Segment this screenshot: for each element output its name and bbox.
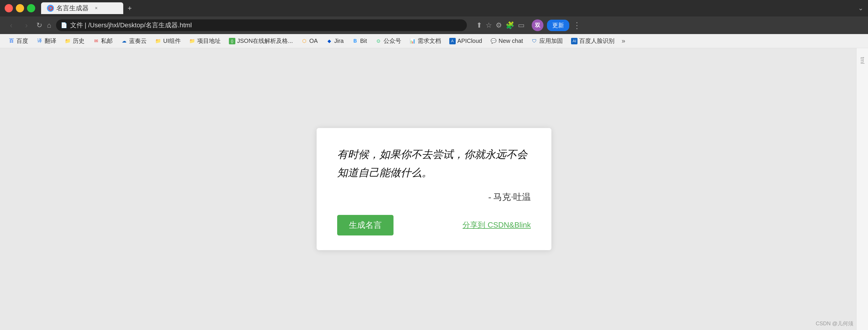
bookmark-newchat[interactable]: 💬 New chat [487,36,526,46]
addressbar: ‹ › ↻ ⌂ 📄 文件 | /Users/jhxl/Desktop/名言生成器… [0,17,868,34]
file-icon: 📄 [61,22,67,28]
bookmark-translate-label: 翻译 [44,37,56,45]
quote-text: 有时候，如果你不去尝试，你就永远不会知道自己能做什么。 [337,146,531,181]
new-tab-button[interactable]: + [124,3,135,13]
quote-author: - 马克·吐温 [337,191,531,203]
bookmark-email[interactable]: ✉ 私邮 [89,36,116,46]
bookmark-oa[interactable]: ⬡ OA [298,36,321,46]
forward-button[interactable]: › [21,21,32,30]
quote-card: 有时候，如果你不去尝试，你就永远不会知道自己能做什么。 - 马克·吐温 生成名言… [317,128,551,250]
bookmark-translate[interactable]: 译 翻译 [33,36,60,46]
tab-close-button[interactable]: × [93,5,99,11]
bookmark-facerecog-icon: AI [571,38,578,44]
bookmark-apicloud-icon: A [449,38,456,44]
refresh-button[interactable]: ↻ [36,21,42,29]
bookmarks-bar: 百 百度 译 翻译 📁 历史 ✉ 私邮 ☁ 蓝奏云 📁 UI组件 📁 项目地址 … [0,34,868,48]
bookmark-docs-icon: 📊 [409,38,416,44]
bookmark-appguard-icon: 🛡 [531,38,537,44]
bookmark-icon[interactable]: ☆ [486,21,492,29]
bookmark-jira[interactable]: ◆ Jira [322,36,347,46]
home-button[interactable]: ⌂ [47,21,51,29]
bookmark-lanzou-icon: ☁ [121,38,127,44]
tab-bar: ⭕ 名言生成器 × + [41,2,855,14]
bookmark-json-icon: {} [229,38,235,44]
bookmark-history-icon: 📁 [65,38,71,44]
bookmark-bit[interactable]: B Bit [348,36,370,46]
bookmark-oa-label: OA [309,37,318,44]
titlebar: ⭕ 名言生成器 × + ⌄ [0,0,868,17]
more-options-button[interactable]: ⋮ [573,21,581,30]
bookmark-project[interactable]: 📁 项目地址 [185,36,224,46]
bookmark-translate-icon: 译 [36,38,43,44]
extensions-area: 双 更新 ⋮ [532,19,581,31]
bookmark-bit-icon: B [352,38,358,44]
bookmark-history[interactable]: 📁 历史 [61,36,88,46]
sidebar-toggle-icon[interactable]: ▭ [518,21,525,29]
extensions-icon[interactable]: 🧩 [505,21,515,29]
bookmark-email-label: 私邮 [101,37,113,45]
bookmark-baidu[interactable]: 百 百度 [5,36,32,46]
bookmark-docs[interactable]: 📊 需求文档 [406,36,444,46]
maximize-window-button[interactable] [27,4,35,12]
bookmark-lanzou[interactable]: ☁ 蓝奏云 [117,36,150,46]
update-button[interactable]: 更新 [547,20,569,31]
generate-quote-button[interactable]: 生成名言 [337,215,394,236]
bookmark-json-label: JSON在线解析及格... [237,37,293,45]
tab-title: 名言生成器 [56,4,89,12]
bookmark-facerecog[interactable]: AI 百度人脸识别 [567,36,618,46]
main-content: 有时候，如果你不去尝试，你就永远不会知道自己能做什么。 - 马克·吐温 生成名言… [0,48,868,330]
settings-icon[interactable]: ⚙ [496,21,502,29]
side-panel-text: tml [859,57,865,64]
bookmark-ui[interactable]: 📁 UI组件 [151,36,184,46]
bookmark-ui-label: UI组件 [163,37,181,45]
address-bar-actions: ⬆ ☆ ⚙ 🧩 ▭ [476,21,525,29]
bookmark-project-label: 项目地址 [197,37,221,45]
bookmark-baidu-label: 百度 [17,37,28,45]
close-window-button[interactable] [5,4,13,12]
bookmarks-more-button[interactable]: » [619,36,627,46]
traffic-lights [5,4,35,12]
bookmark-gongzhonghao[interactable]: ⊙ 公众号 [372,36,405,46]
bookmark-gongzhonghao-label: 公众号 [383,37,401,45]
bookmark-appguard-label: 应用加固 [539,37,563,45]
bookmark-oa-icon: ⬡ [301,38,308,44]
bookmark-lanzou-label: 蓝奏云 [129,37,147,45]
bookmark-bit-label: Bit [360,37,367,44]
bookmark-baidu-icon: 百 [8,38,15,44]
bookmark-gongzhonghao-icon: ⊙ [375,38,382,44]
bookmark-project-icon: 📁 [189,38,195,44]
bookmark-apicloud[interactable]: A APICloud [446,36,486,46]
bookmark-email-icon: ✉ [93,38,99,44]
user-avatar[interactable]: 双 [532,19,544,31]
bookmark-newchat-label: New chat [499,37,523,44]
minimize-window-button[interactable] [16,4,24,12]
bookmark-ui-icon: 📁 [155,38,161,44]
bookmark-json[interactable]: {} JSON在线解析及格... [225,36,297,46]
url-bar[interactable]: 📄 文件 | /Users/jhxl/Desktop/名言生成器.html [56,19,467,31]
bookmark-jira-label: Jira [334,37,344,44]
bookmark-apicloud-label: APICloud [458,37,483,44]
watermark: CSDN @儿何须 [816,320,853,327]
bookmark-history-label: 历史 [73,37,85,45]
bookmark-appguard[interactable]: 🛡 应用加固 [528,36,566,46]
window-collapse-button[interactable]: ⌄ [858,4,863,12]
tab-favicon-icon: ⭕ [47,5,54,12]
side-panel-hint: tml [856,48,868,330]
bookmark-newchat-icon: 💬 [490,38,497,44]
share-csdn-link[interactable]: 分享到 CSDN&Blink [462,220,531,230]
url-text: 文件 | /Users/jhxl/Desktop/名言生成器.html [70,21,462,30]
back-button[interactable]: ‹ [6,21,17,30]
bookmark-jira-icon: ◆ [326,38,333,44]
share-icon[interactable]: ⬆ [476,21,482,29]
window-controls: ⌄ [858,4,863,12]
active-tab[interactable]: ⭕ 名言生成器 × [41,2,123,14]
bookmark-docs-label: 需求文档 [417,37,441,45]
bookmark-facerecog-label: 百度人脸识别 [579,37,615,45]
card-bottom: 生成名言 分享到 CSDN&Blink [337,215,531,236]
